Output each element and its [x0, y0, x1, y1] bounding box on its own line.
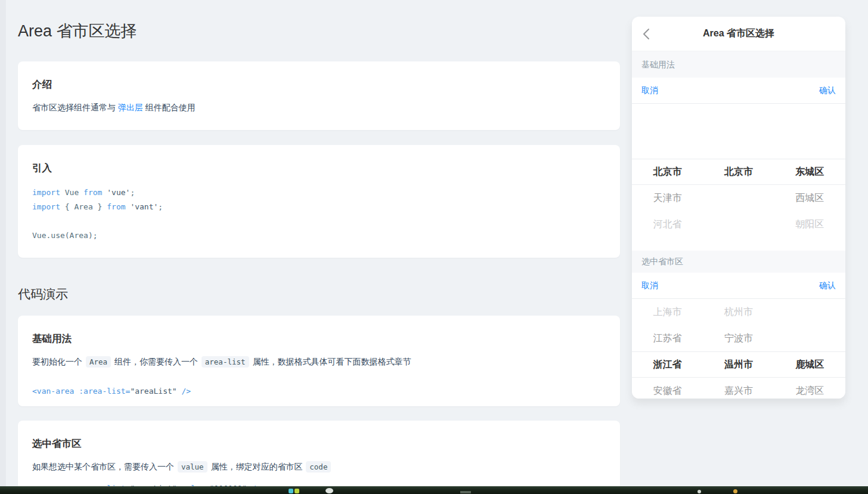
picker-option[interactable]: 东城区: [774, 166, 845, 178]
code-token: 'vue': [107, 188, 130, 197]
text-run: Vue.use(Area);: [32, 231, 98, 240]
picker-option[interactable]: 西城区: [774, 192, 845, 205]
confirm-button[interactable]: 确认: [819, 280, 836, 291]
simulator-navbar: Area 省市区选择: [632, 17, 845, 51]
phone-simulator: Area 省市区选择 基础用法 取消 确认 北京市北京市东城区天津市西城区河北省…: [632, 17, 845, 399]
code-line: import Vue from 'vue';: [32, 186, 606, 200]
intro-heading: 介绍: [32, 78, 606, 90]
picker-option[interactable]: 北京市: [632, 166, 703, 178]
code-token: />: [177, 387, 191, 396]
demo-section-heading: 代码演示: [18, 286, 620, 302]
picker-option[interactable]: 天津市: [632, 192, 703, 205]
simulator-nav-title: Area 省市区选择: [703, 27, 774, 40]
app-icon-teal[interactable]: [289, 489, 293, 493]
inline-code-chip: Area: [86, 356, 111, 368]
inline-code-chip: code: [306, 461, 331, 473]
code-line: Vue.use(Area);: [32, 229, 606, 243]
back-button[interactable]: [643, 17, 650, 51]
picker-option[interactable]: 北京市: [703, 166, 774, 178]
picker-option[interactable]: 嘉兴市: [703, 385, 774, 397]
basic-usage-paragraph: 要初始化一个 Area 组件，你需要传入一个 area-list 属性，数据格式…: [32, 355, 606, 368]
code-token: from: [83, 188, 102, 197]
picker-row[interactable]: 天津市西城区: [632, 185, 845, 211]
cancel-button[interactable]: 取消: [641, 280, 658, 291]
picker-columns[interactable]: 北京市北京市东城区天津市西城区河北省朝阳区: [632, 104, 845, 251]
picker-row[interactable]: 上海市杭州市: [632, 299, 845, 325]
code-line: <van-area :area-list="areaList" />: [32, 384, 606, 399]
selected-area-heading: 选中省市区: [32, 437, 606, 449]
taskbar[interactable]: [0, 486, 868, 494]
area-picker-selected: 取消 确认 上海市杭州市江苏省宁波市浙江省温州市鹿城区安徽省嘉兴市龙湾区: [632, 273, 845, 399]
picker-option[interactable]: 江苏省: [632, 332, 703, 345]
picker-columns[interactable]: 上海市杭州市江苏省宁波市浙江省温州市鹿城区安徽省嘉兴市龙湾区: [632, 299, 845, 399]
intro-card: 介绍 省市区选择组件通常与 弹出层 组件配合使用: [18, 61, 620, 130]
window-left-edge: [0, 0, 6, 494]
demo-section-label: 选中省市区: [632, 251, 845, 273]
picker-toolbar: 取消 确认: [632, 273, 845, 299]
text-run: Vue: [60, 188, 83, 197]
text-run: ;: [130, 188, 135, 197]
picker-option[interactable]: 杭州市: [703, 306, 774, 319]
chevron-left-icon: [643, 28, 650, 40]
picker-row[interactable]: 安徽省嘉兴市龙湾区: [632, 378, 845, 399]
cancel-button[interactable]: 取消: [641, 85, 658, 96]
popup-link[interactable]: 弹出层: [118, 103, 143, 112]
code-token: from: [107, 202, 125, 211]
code-line: import { Area } from 'vant';: [32, 200, 606, 214]
text-run: { Area }: [60, 202, 107, 211]
text-run: ;: [158, 202, 163, 211]
demo-section-label: 基础用法: [632, 51, 845, 78]
import-heading: 引入: [32, 162, 606, 174]
text-run: 省市区选择组件通常与: [32, 103, 118, 112]
basic-usage-heading: 基础用法: [32, 332, 606, 344]
documentation-main: Area 省市区选择 介绍 省市区选择组件通常与 弹出层 组件配合使用 引入 i…: [18, 0, 620, 494]
picker-option[interactable]: 朝阳区: [774, 218, 845, 231]
selected-area-card: 选中省市区 如果想选中某个省市区，需要传入一个 value 属性，绑定对应的省市…: [18, 421, 620, 494]
code-token: "areaList": [130, 387, 176, 396]
picker-option[interactable]: 河北省: [632, 218, 703, 231]
confirm-button[interactable]: 确认: [819, 85, 836, 96]
text-run: 属性，绑定对应的省市区: [209, 462, 305, 471]
picker-row[interactable]: 浙江省温州市鹿城区: [632, 351, 845, 378]
app-icon-yellow[interactable]: [294, 489, 299, 493]
inline-code-chip: area-list: [202, 356, 249, 368]
picker-option[interactable]: 浙江省: [632, 359, 703, 371]
area-picker-basic: 取消 确认 北京市北京市东城区天津市西城区河北省朝阳区: [632, 78, 845, 251]
picker-option[interactable]: 龙湾区: [774, 385, 845, 397]
picker-option[interactable]: 鹿城区: [774, 359, 845, 371]
code-token: import: [32, 202, 60, 211]
picker-toolbar: 取消 确认: [632, 78, 845, 104]
import-card: 引入 import Vue from 'vue';import { Area }…: [18, 145, 620, 258]
picker-option[interactable]: 上海市: [632, 306, 703, 319]
code-token: 'vant': [130, 202, 158, 211]
code-token: <van-area :area-list=: [32, 387, 130, 396]
selected-area-paragraph: 如果想选中某个省市区，需要传入一个 value 属性，绑定对应的省市区 code: [32, 460, 606, 473]
picker-row[interactable]: 北京市北京市东城区: [632, 159, 845, 185]
picker-row[interactable]: 江苏省宁波市: [632, 325, 845, 351]
text-run: 属性，数据格式具体可看下面数据格式章节: [250, 357, 411, 366]
import-code-block: import Vue from 'vue';import { Area } fr…: [32, 186, 606, 243]
text-run: 组件，你需要传入一个: [112, 357, 200, 366]
code-token: import: [32, 188, 60, 197]
app-icon-circle[interactable]: [326, 488, 333, 493]
tray-icon-orange-dot[interactable]: [733, 489, 737, 493]
inline-code-chip: value: [178, 461, 207, 473]
intro-paragraph: 省市区选择组件通常与 弹出层 组件配合使用: [32, 101, 606, 114]
page-title: Area 省市区选择: [18, 20, 620, 42]
code-line: [32, 214, 606, 229]
picker-option[interactable]: 温州市: [703, 359, 774, 371]
picker-option[interactable]: 宁波市: [703, 332, 774, 345]
picker-option[interactable]: 安徽省: [632, 385, 703, 397]
basic-usage-card: 基础用法 要初始化一个 Area 组件，你需要传入一个 area-list 属性…: [18, 316, 620, 406]
picker-row[interactable]: 河北省朝阳区: [632, 211, 845, 237]
text-run: 如果想选中某个省市区，需要传入一个: [32, 462, 176, 471]
basic-usage-code-block: <van-area :area-list="areaList" />: [32, 384, 606, 399]
text-run: 要初始化一个: [32, 357, 85, 366]
text-run: 组件配合使用: [143, 103, 196, 112]
tray-icon-bar[interactable]: [460, 491, 471, 493]
tray-icon-white-dot[interactable]: [698, 490, 701, 493]
